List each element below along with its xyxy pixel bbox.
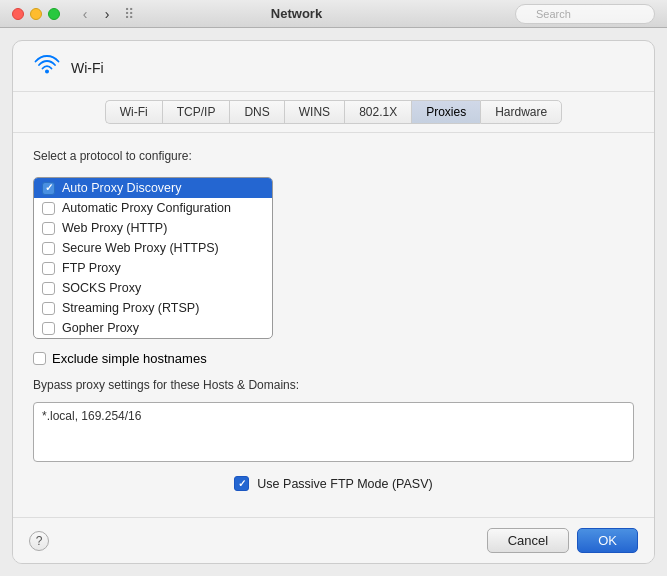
- protocol-label-automatic-proxy-config: Automatic Proxy Configuration: [62, 201, 231, 215]
- protocol-item-streaming-proxy[interactable]: Streaming Proxy (RTSP): [34, 298, 272, 318]
- exclude-row: Exclude simple hostnames: [33, 351, 634, 366]
- tab-wifi[interactable]: Wi-Fi: [105, 100, 162, 124]
- ok-button[interactable]: OK: [577, 528, 638, 553]
- protocol-checkbox-secure-web-proxy[interactable]: [42, 242, 55, 255]
- protocol-label-streaming-proxy: Streaming Proxy (RTSP): [62, 301, 199, 315]
- checkmark-icon: ✓: [45, 183, 53, 193]
- title-bar: ‹ › ⠿ Network Search: [0, 0, 667, 28]
- protocol-checkbox-socks-proxy[interactable]: [42, 282, 55, 295]
- protocol-section-label: Select a protocol to configure:: [33, 149, 634, 163]
- protocol-label-secure-web-proxy: Secure Web Proxy (HTTPS): [62, 241, 219, 255]
- tab-bar: Wi-Fi TCP/IP DNS WINS 802.1X Proxies Har…: [13, 92, 654, 133]
- protocol-checkbox-ftp-proxy[interactable]: [42, 262, 55, 275]
- main-content: Wi-Fi Wi-Fi TCP/IP DNS WINS 802.1X Proxi…: [0, 28, 667, 576]
- protocol-label-auto-proxy-discovery: Auto Proxy Discovery: [62, 181, 181, 195]
- wifi-header: Wi-Fi: [13, 41, 654, 92]
- protocol-item-socks-proxy[interactable]: SOCKS Proxy: [34, 278, 272, 298]
- cancel-button[interactable]: Cancel: [487, 528, 569, 553]
- tab-dns[interactable]: DNS: [229, 100, 283, 124]
- protocol-checkbox-streaming-proxy[interactable]: [42, 302, 55, 315]
- tab-wins[interactable]: WINS: [284, 100, 344, 124]
- maximize-button[interactable]: [48, 8, 60, 20]
- search-placeholder: Search: [536, 8, 571, 20]
- traffic-lights: [12, 8, 60, 20]
- protocol-checkbox-web-proxy-http[interactable]: [42, 222, 55, 235]
- tab-8021x[interactable]: 802.1X: [344, 100, 411, 124]
- protocol-checkbox-gopher-proxy[interactable]: [42, 322, 55, 335]
- protocol-checkbox-automatic-proxy-config[interactable]: [42, 202, 55, 215]
- search-bar[interactable]: Search: [515, 4, 655, 24]
- protocol-checkbox-auto-proxy-discovery[interactable]: ✓: [42, 182, 55, 195]
- protocol-item-secure-web-proxy[interactable]: Secure Web Proxy (HTTPS): [34, 238, 272, 258]
- protocol-item-auto-proxy-discovery[interactable]: ✓ Auto Proxy Discovery: [34, 178, 272, 198]
- exclude-checkbox[interactable]: [33, 352, 46, 365]
- protocol-item-gopher-proxy[interactable]: Gopher Proxy: [34, 318, 272, 338]
- help-button[interactable]: ?: [29, 531, 49, 551]
- passive-ftp-row: ✓ Use Passive FTP Mode (PASV): [33, 476, 634, 491]
- protocol-item-web-proxy-http[interactable]: Web Proxy (HTTP): [34, 218, 272, 238]
- protocol-label-gopher-proxy: Gopher Proxy: [62, 321, 139, 335]
- bypass-textarea[interactable]: [33, 402, 634, 462]
- passive-ftp-checkmark-icon: ✓: [238, 478, 246, 489]
- minimize-button[interactable]: [30, 8, 42, 20]
- passive-ftp-checkbox[interactable]: ✓: [234, 476, 249, 491]
- protocol-label-socks-proxy: SOCKS Proxy: [62, 281, 141, 295]
- protocol-label-ftp-proxy: FTP Proxy: [62, 261, 121, 275]
- protocol-item-ftp-proxy[interactable]: FTP Proxy: [34, 258, 272, 278]
- close-button[interactable]: [12, 8, 24, 20]
- window-title: Network: [78, 6, 515, 21]
- wifi-label: Wi-Fi: [71, 60, 104, 76]
- bypass-label: Bypass proxy settings for these Hosts & …: [33, 378, 634, 392]
- exclude-label: Exclude simple hostnames: [52, 351, 207, 366]
- panel-body: Select a protocol to configure: ✓ Auto P…: [13, 133, 654, 517]
- bottom-bar: ? Cancel OK: [13, 517, 654, 563]
- tab-tcpip[interactable]: TCP/IP: [162, 100, 230, 124]
- tab-proxies[interactable]: Proxies: [411, 100, 480, 124]
- protocol-item-automatic-proxy-config[interactable]: Automatic Proxy Configuration: [34, 198, 272, 218]
- wifi-icon: [33, 55, 61, 81]
- tab-hardware[interactable]: Hardware: [480, 100, 562, 124]
- passive-ftp-label: Use Passive FTP Mode (PASV): [257, 477, 432, 491]
- protocol-list: ✓ Auto Proxy Discovery Automatic Proxy C…: [33, 177, 273, 339]
- network-panel: Wi-Fi Wi-Fi TCP/IP DNS WINS 802.1X Proxi…: [12, 40, 655, 564]
- protocol-label-web-proxy-http: Web Proxy (HTTP): [62, 221, 167, 235]
